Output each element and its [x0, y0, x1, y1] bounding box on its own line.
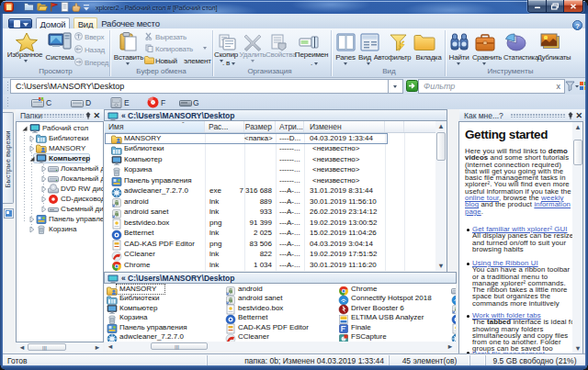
- svg-text:?: ?: [575, 22, 580, 30]
